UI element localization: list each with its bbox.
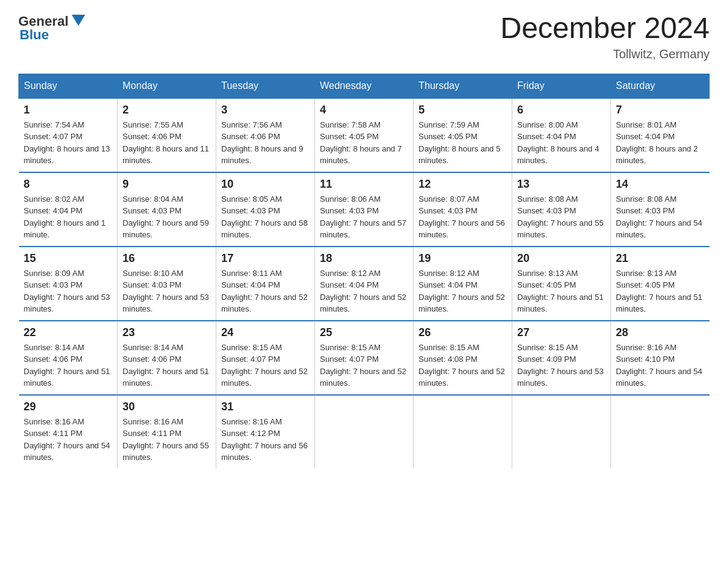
day-number: 11 xyxy=(320,178,408,191)
calendar-cell: 10 Sunrise: 8:05 AM Sunset: 4:03 PM Dayl… xyxy=(216,172,315,247)
day-number: 9 xyxy=(123,178,211,191)
day-number: 19 xyxy=(419,252,507,265)
calendar-cell: 8 Sunrise: 8:02 AM Sunset: 4:04 PM Dayli… xyxy=(19,172,118,247)
calendar-cell: 21 Sunrise: 8:13 AM Sunset: 4:05 PM Dayl… xyxy=(611,247,710,321)
day-info: Sunrise: 8:13 AM Sunset: 4:05 PM Dayligh… xyxy=(517,267,605,315)
day-info: Sunrise: 8:07 AM Sunset: 4:03 PM Dayligh… xyxy=(419,193,507,241)
calendar-cell: 13 Sunrise: 8:08 AM Sunset: 4:03 PM Dayl… xyxy=(512,172,611,247)
header-wednesday: Wednesday xyxy=(315,74,414,98)
day-info: Sunrise: 8:12 AM Sunset: 4:04 PM Dayligh… xyxy=(419,267,507,315)
calendar-cell: 31 Sunrise: 8:16 AM Sunset: 4:12 PM Dayl… xyxy=(216,395,315,469)
calendar-cell: 12 Sunrise: 8:07 AM Sunset: 4:03 PM Dayl… xyxy=(414,172,512,247)
calendar-cell: 7 Sunrise: 8:01 AM Sunset: 4:04 PM Dayli… xyxy=(611,98,710,172)
calendar-table: Sunday Monday Tuesday Wednesday Thursday… xyxy=(18,74,710,469)
location-label: Tollwitz, Germany xyxy=(500,47,710,61)
day-info: Sunrise: 8:12 AM Sunset: 4:04 PM Dayligh… xyxy=(320,267,408,315)
calendar-header-row: Sunday Monday Tuesday Wednesday Thursday… xyxy=(19,74,710,98)
header-friday: Friday xyxy=(512,74,611,98)
month-title: December 2024 xyxy=(500,12,710,45)
day-number: 3 xyxy=(221,104,309,117)
day-info: Sunrise: 8:04 AM Sunset: 4:03 PM Dayligh… xyxy=(123,193,211,241)
day-number: 1 xyxy=(24,104,113,117)
title-section: December 2024 Tollwitz, Germany xyxy=(500,12,710,61)
calendar-cell: 2 Sunrise: 7:55 AM Sunset: 4:06 PM Dayli… xyxy=(118,98,216,172)
calendar-cell: 9 Sunrise: 8:04 AM Sunset: 4:03 PM Dayli… xyxy=(118,172,216,247)
calendar-cell xyxy=(512,395,611,469)
day-info: Sunrise: 8:09 AM Sunset: 4:03 PM Dayligh… xyxy=(24,267,113,315)
day-info: Sunrise: 8:02 AM Sunset: 4:04 PM Dayligh… xyxy=(24,193,113,241)
day-info: Sunrise: 8:15 AM Sunset: 4:08 PM Dayligh… xyxy=(419,342,507,389)
day-number: 15 xyxy=(24,252,113,265)
logo: General Blue xyxy=(18,12,86,43)
day-number: 14 xyxy=(616,178,705,191)
day-number: 21 xyxy=(616,252,705,265)
day-number: 23 xyxy=(123,326,211,339)
day-info: Sunrise: 7:54 AM Sunset: 4:07 PM Dayligh… xyxy=(24,119,113,167)
calendar-cell xyxy=(611,395,710,469)
day-number: 26 xyxy=(419,326,507,339)
calendar-week-row: 22 Sunrise: 8:14 AM Sunset: 4:06 PM Dayl… xyxy=(19,321,710,395)
day-number: 24 xyxy=(221,326,309,339)
calendar-cell: 22 Sunrise: 8:14 AM Sunset: 4:06 PM Dayl… xyxy=(19,321,118,395)
calendar-week-row: 8 Sunrise: 8:02 AM Sunset: 4:04 PM Dayli… xyxy=(19,172,710,247)
calendar-cell: 16 Sunrise: 8:10 AM Sunset: 4:03 PM Dayl… xyxy=(118,247,216,321)
calendar-week-row: 15 Sunrise: 8:09 AM Sunset: 4:03 PM Dayl… xyxy=(19,247,710,321)
calendar-cell: 6 Sunrise: 8:00 AM Sunset: 4:04 PM Dayli… xyxy=(512,98,611,172)
day-number: 8 xyxy=(24,178,113,191)
day-number: 31 xyxy=(221,400,309,413)
header-sunday: Sunday xyxy=(19,74,118,98)
calendar-cell: 30 Sunrise: 8:16 AM Sunset: 4:11 PM Dayl… xyxy=(118,395,216,469)
header-saturday: Saturday xyxy=(611,74,710,98)
calendar-week-row: 1 Sunrise: 7:54 AM Sunset: 4:07 PM Dayli… xyxy=(19,98,710,172)
day-number: 2 xyxy=(123,104,211,117)
day-number: 27 xyxy=(517,326,605,339)
calendar-cell: 4 Sunrise: 7:58 AM Sunset: 4:05 PM Dayli… xyxy=(315,98,414,172)
day-number: 16 xyxy=(123,252,211,265)
calendar-cell xyxy=(315,395,414,469)
logo-blue-text: Blue xyxy=(20,27,49,43)
calendar-cell: 18 Sunrise: 8:12 AM Sunset: 4:04 PM Dayl… xyxy=(315,247,414,321)
header-tuesday: Tuesday xyxy=(216,74,315,98)
day-info: Sunrise: 8:01 AM Sunset: 4:04 PM Dayligh… xyxy=(616,119,705,167)
calendar-cell: 27 Sunrise: 8:15 AM Sunset: 4:09 PM Dayl… xyxy=(512,321,611,395)
day-number: 7 xyxy=(616,104,705,117)
day-info: Sunrise: 8:06 AM Sunset: 4:03 PM Dayligh… xyxy=(320,193,408,241)
calendar-cell: 17 Sunrise: 8:11 AM Sunset: 4:04 PM Dayl… xyxy=(216,247,315,321)
day-info: Sunrise: 8:08 AM Sunset: 4:03 PM Dayligh… xyxy=(616,193,705,241)
calendar-week-row: 29 Sunrise: 8:16 AM Sunset: 4:11 PM Dayl… xyxy=(19,395,710,469)
page-header: General Blue December 2024 Tollwitz, Ger… xyxy=(18,12,710,61)
day-number: 13 xyxy=(517,178,605,191)
day-number: 28 xyxy=(616,326,705,339)
day-number: 10 xyxy=(221,178,309,191)
day-info: Sunrise: 8:10 AM Sunset: 4:03 PM Dayligh… xyxy=(123,267,211,315)
day-info: Sunrise: 8:15 AM Sunset: 4:07 PM Dayligh… xyxy=(221,342,309,389)
day-info: Sunrise: 7:55 AM Sunset: 4:06 PM Dayligh… xyxy=(123,119,211,167)
calendar-cell xyxy=(414,395,512,469)
day-info: Sunrise: 8:08 AM Sunset: 4:03 PM Dayligh… xyxy=(517,193,605,241)
day-info: Sunrise: 8:15 AM Sunset: 4:07 PM Dayligh… xyxy=(320,342,408,389)
day-number: 29 xyxy=(24,400,113,413)
calendar-cell: 28 Sunrise: 8:16 AM Sunset: 4:10 PM Dayl… xyxy=(611,321,710,395)
day-number: 30 xyxy=(123,400,211,413)
day-number: 6 xyxy=(517,104,605,117)
day-number: 18 xyxy=(320,252,408,265)
day-info: Sunrise: 8:16 AM Sunset: 4:10 PM Dayligh… xyxy=(616,342,705,389)
day-info: Sunrise: 8:16 AM Sunset: 4:11 PM Dayligh… xyxy=(123,416,211,464)
day-number: 22 xyxy=(24,326,113,339)
calendar-cell: 20 Sunrise: 8:13 AM Sunset: 4:05 PM Dayl… xyxy=(512,247,611,321)
logo-arrow-icon xyxy=(70,12,86,31)
day-info: Sunrise: 7:56 AM Sunset: 4:06 PM Dayligh… xyxy=(221,119,309,167)
day-info: Sunrise: 8:00 AM Sunset: 4:04 PM Dayligh… xyxy=(517,119,605,167)
calendar-cell: 14 Sunrise: 8:08 AM Sunset: 4:03 PM Dayl… xyxy=(611,172,710,247)
calendar-cell: 11 Sunrise: 8:06 AM Sunset: 4:03 PM Dayl… xyxy=(315,172,414,247)
calendar-cell: 3 Sunrise: 7:56 AM Sunset: 4:06 PM Dayli… xyxy=(216,98,315,172)
day-info: Sunrise: 8:13 AM Sunset: 4:05 PM Dayligh… xyxy=(616,267,705,315)
day-info: Sunrise: 7:58 AM Sunset: 4:05 PM Dayligh… xyxy=(320,119,408,167)
calendar-cell: 24 Sunrise: 8:15 AM Sunset: 4:07 PM Dayl… xyxy=(216,321,315,395)
calendar-cell: 19 Sunrise: 8:12 AM Sunset: 4:04 PM Dayl… xyxy=(414,247,512,321)
calendar-cell: 25 Sunrise: 8:15 AM Sunset: 4:07 PM Dayl… xyxy=(315,321,414,395)
header-monday: Monday xyxy=(118,74,216,98)
calendar-cell: 23 Sunrise: 8:14 AM Sunset: 4:06 PM Dayl… xyxy=(118,321,216,395)
calendar-cell: 5 Sunrise: 7:59 AM Sunset: 4:05 PM Dayli… xyxy=(414,98,512,172)
day-info: Sunrise: 8:05 AM Sunset: 4:03 PM Dayligh… xyxy=(221,193,309,241)
